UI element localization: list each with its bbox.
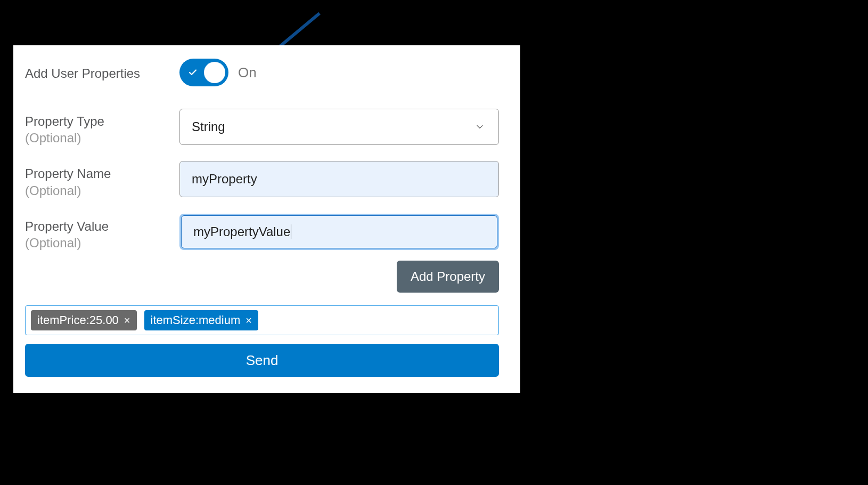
property-name-input[interactable] <box>179 161 499 197</box>
property-name-row: Property Name (Optional) <box>25 161 499 198</box>
toggle-knob <box>204 62 225 83</box>
form-panel: Add User Properties On Property Type (Op… <box>13 45 520 393</box>
property-value-label: Property Value <box>25 218 179 235</box>
toggle-state-label: On <box>238 64 257 81</box>
property-value-row: Property Value (Optional) myPropertyValu… <box>25 214 499 251</box>
property-type-label: Property Type <box>25 113 179 130</box>
property-name-label: Property Name <box>25 165 179 182</box>
toggle-label: Add User Properties <box>25 65 179 82</box>
property-type-select[interactable]: String <box>179 109 499 145</box>
check-icon <box>188 68 198 77</box>
toggle-row: Add User Properties On <box>25 59 499 86</box>
chip-item-price[interactable]: itemPrice:25.00 × <box>31 310 137 330</box>
property-value-input[interactable]: myPropertyValue <box>181 215 497 248</box>
property-type-sublabel: (Optional) <box>25 130 179 146</box>
property-value-sublabel: (Optional) <box>25 235 179 251</box>
chip-label: itemPrice:25.00 <box>37 313 119 327</box>
close-icon[interactable]: × <box>245 315 252 326</box>
chip-item-size[interactable]: itemSize:medium × <box>144 310 258 330</box>
property-value-focus-ring: myPropertyValue <box>179 214 499 250</box>
properties-chip-container[interactable]: itemPrice:25.00 × itemSize:medium × <box>25 305 499 335</box>
add-property-button[interactable]: Add Property <box>397 261 499 293</box>
chip-label: itemSize:medium <box>151 313 241 327</box>
close-icon[interactable]: × <box>124 315 130 326</box>
send-button[interactable]: Send <box>25 344 499 377</box>
property-type-value: String <box>192 119 225 134</box>
property-name-sublabel: (Optional) <box>25 182 179 199</box>
property-type-row: Property Type (Optional) String <box>25 109 499 146</box>
text-caret <box>291 224 291 239</box>
property-value-text: myPropertyValue <box>193 224 290 239</box>
add-user-properties-toggle[interactable] <box>179 59 228 86</box>
add-property-row: Add Property <box>25 261 499 293</box>
